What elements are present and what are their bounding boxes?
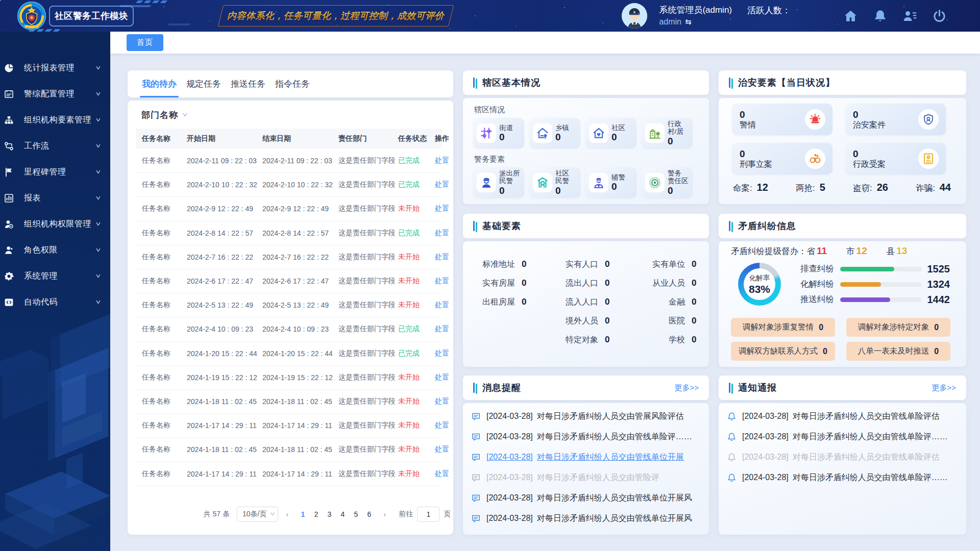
security-stat-value: 26 bbox=[877, 182, 888, 193]
power-icon[interactable] bbox=[933, 9, 946, 23]
goto-page-input[interactable] bbox=[417, 507, 439, 522]
notice-date: [2024-03-28] bbox=[742, 453, 789, 462]
security-stat-label: 命案: bbox=[733, 183, 752, 194]
stat-card-value: 0 bbox=[668, 186, 690, 195]
notice-date: [2024-03-28] bbox=[742, 432, 789, 441]
notices-more-link[interactable]: 更多>> bbox=[932, 383, 956, 393]
home-tab-button[interactable]: 首页 bbox=[127, 34, 163, 51]
page-number[interactable]: 2 bbox=[309, 508, 323, 520]
status-badge: 未开始 bbox=[392, 253, 429, 262]
user-block: 系统管理员(admin) admin ⇆ bbox=[659, 5, 732, 27]
sidebar-menu-item[interactable]: 里程碑管理 ˅ bbox=[0, 159, 110, 185]
sidebar-menu-item[interactable]: 工作流 ˅ bbox=[0, 133, 110, 159]
bell-icon[interactable] bbox=[873, 9, 887, 23]
notice-item[interactable]: [2024-03-28] 对每日涉矛盾纠纷人员交由管线单险评…… bbox=[727, 467, 957, 488]
sidebar-menu-item[interactable]: 组织机构权限管理 ˅ bbox=[0, 211, 110, 237]
page-number[interactable]: 4 bbox=[336, 508, 349, 520]
task-tab[interactable]: 推送任务 bbox=[230, 71, 266, 97]
cell-end-date: 2024-2-9 12 : 22 : 49 bbox=[256, 205, 332, 213]
message-item[interactable]: [2024-03-28] 对每日涉矛盾纠纷人员交由管险评 bbox=[471, 467, 700, 488]
handle-link[interactable]: 处置 bbox=[429, 373, 452, 382]
message-item[interactable]: [2024-03-28] 对每日涉矛盾纠纷人员交由管线单位开展风 bbox=[471, 488, 700, 508]
slogan-banner: 内容体系化，任务可量化，过程可控制，成效可评价 bbox=[218, 5, 454, 27]
message-text: 对每日涉矛盾纠纷人员交由管线单险评…… bbox=[537, 432, 692, 442]
stat-card-text: 辅警0 bbox=[611, 174, 625, 192]
next-page-arrow[interactable]: › bbox=[380, 510, 389, 518]
rings-icon bbox=[645, 173, 665, 192]
notice-item[interactable]: [2024-03-28] 对每日涉矛盾纠纷人员交由管线单险评估 bbox=[727, 406, 957, 427]
handle-link[interactable]: 处置 bbox=[429, 253, 452, 262]
home-icon[interactable] bbox=[844, 9, 857, 23]
prev-page-arrow[interactable]: ‹ bbox=[282, 510, 292, 518]
notice-item[interactable]: [2024-03-28] 对每日涉矛盾纠纷人员交由管线单险评…… bbox=[727, 427, 957, 447]
switch-user-icon[interactable]: ⇆ bbox=[685, 17, 692, 27]
tasks-table-card: 部门名称 ˅ 任务名称 开始日期 结束日期 责任部门 任务状态 操作 bbox=[128, 101, 453, 535]
sidebar-menu-item[interactable]: 自动代码 ˅ bbox=[0, 289, 110, 315]
sidebar-item-label: 系统管理 bbox=[24, 271, 58, 282]
handle-link[interactable]: 处置 bbox=[429, 445, 452, 454]
table-row: 任务名称 2024-2-5 13 : 22 : 49 2024-2-5 13 :… bbox=[136, 293, 442, 317]
sidebar-menu-item[interactable]: 组织机构要素管理 ˅ bbox=[0, 107, 110, 133]
messages-panel-title: 消息提醒 bbox=[473, 382, 521, 394]
cell-task-name: 任务名称 bbox=[136, 349, 181, 358]
department-filter-label: 部门名称 bbox=[141, 109, 178, 121]
chevron-down-icon[interactable]: ˅ bbox=[182, 112, 188, 119]
chevron-down-icon: ˅ bbox=[96, 143, 101, 150]
handle-link[interactable]: 处置 bbox=[429, 229, 452, 238]
sidebar-menu-item[interactable]: 角色权限 ˅ bbox=[0, 237, 110, 263]
title-bars-icon bbox=[729, 221, 733, 231]
handle-link[interactable]: 处置 bbox=[429, 300, 452, 310]
page-number[interactable]: 5 bbox=[349, 508, 362, 520]
cell-start-date: 2024-2-7 16 : 22 : 22 bbox=[181, 253, 256, 261]
basics-label: 标准地址 bbox=[482, 259, 515, 270]
handle-link[interactable]: 处置 bbox=[429, 349, 452, 358]
message-item[interactable]: [2024-03-28] 对每日涉矛盾纠纷人员交由管线单险评…… bbox=[471, 427, 700, 447]
handle-link[interactable]: 处置 bbox=[429, 469, 452, 479]
page-number[interactable]: 3 bbox=[323, 508, 336, 520]
task-tab[interactable]: 指令任务 bbox=[274, 71, 311, 97]
page-number[interactable]: 6 bbox=[362, 508, 376, 520]
cell-start-date: 2024-1-17 14 : 29 : 11 bbox=[181, 421, 256, 430]
tasks-table-body: 任务名称 2024-2-11 09 : 22 : 03 2024-2-11 09… bbox=[136, 149, 442, 486]
messages-more-link[interactable]: 更多>> bbox=[674, 383, 699, 393]
page-size-select[interactable]: 10条/页 ˅ bbox=[237, 507, 278, 522]
bar-fill bbox=[840, 282, 881, 287]
task-tab[interactable]: 规定任务 bbox=[185, 71, 222, 97]
department-filter-row: 部门名称 ˅ bbox=[136, 109, 442, 121]
stat-card-text: 0行政受案 bbox=[853, 148, 886, 169]
status-badge: 已完成 bbox=[392, 229, 429, 238]
sidebar-menu-item[interactable]: 统计报表管理 ˅ bbox=[0, 55, 110, 81]
sidebar-menu-item[interactable]: 警综配置管理 ˅ bbox=[0, 81, 110, 107]
contacts-icon[interactable] bbox=[903, 9, 917, 23]
handle-link[interactable]: 处置 bbox=[429, 421, 452, 430]
message-item[interactable]: [2024-03-28] 对每日涉矛盾纠纷人员交由管线单位开展 bbox=[471, 447, 700, 467]
village-icon bbox=[645, 123, 665, 143]
message-item[interactable]: [2024-03-28] 对每日涉矛盾纠纷人员交由管展风险评估 bbox=[471, 406, 700, 427]
handle-link[interactable]: 处置 bbox=[429, 204, 452, 213]
notice-text: 对每日涉矛盾纠纷人员交由管线单险评…… bbox=[793, 432, 948, 442]
notice-item[interactable]: [2024-03-28] 对每日涉矛盾纠纷人员交由管线单险评估 bbox=[727, 447, 957, 467]
page-number[interactable]: 1 bbox=[296, 508, 309, 520]
user-avatar[interactable] bbox=[622, 3, 647, 29]
dispute-chip: 调解对象涉特定对象 0 bbox=[846, 318, 950, 337]
handle-link[interactable]: 处置 bbox=[429, 324, 452, 334]
chevron-down-icon: ˅ bbox=[96, 91, 101, 98]
sidebar-menu-item[interactable]: 系统管理 ˅ bbox=[0, 263, 110, 289]
sidebar-menu-item[interactable]: 报表 ˅ bbox=[0, 185, 110, 211]
flag-icon bbox=[4, 167, 14, 177]
handle-link[interactable]: 处置 bbox=[429, 397, 452, 406]
header-icons bbox=[844, 9, 946, 23]
cell-end-date: 2024-2-6 17 : 22 : 47 bbox=[256, 277, 332, 285]
handle-link[interactable]: 处置 bbox=[429, 277, 452, 286]
dispute-bars: 排查纠纷 1525 化解纠纷 1324 bbox=[800, 263, 950, 306]
handle-link[interactable]: 处置 bbox=[429, 180, 452, 189]
security-panel-header: 治安要素【当日状况】 bbox=[719, 70, 966, 95]
task-tab[interactable]: 我的待办 bbox=[141, 71, 178, 97]
stat-card-label: 社区 bbox=[611, 124, 625, 132]
basics-item: 实有房屋0 bbox=[463, 278, 528, 289]
user-name[interactable]: admin bbox=[659, 17, 681, 27]
stat-card-value: 0 bbox=[853, 148, 859, 159]
cell-end-date: 2024-1-17 14 : 29 : 11 bbox=[256, 470, 332, 478]
handle-link[interactable]: 处置 bbox=[429, 156, 452, 165]
message-item[interactable]: [2024-03-28] 对每日涉矛盾纠纷人员交由管线单位开展风 bbox=[471, 508, 700, 529]
